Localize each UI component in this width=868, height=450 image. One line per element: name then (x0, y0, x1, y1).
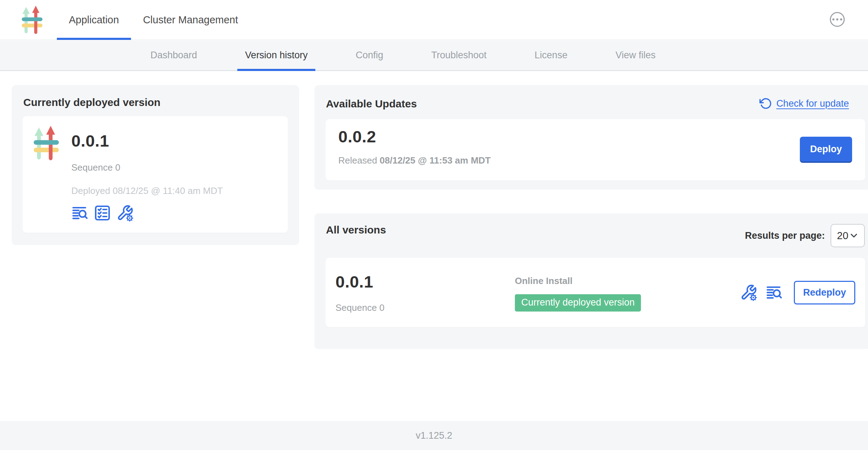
tab-dashboard[interactable]: Dashboard (143, 40, 205, 70)
deploy-button[interactable]: Deploy (800, 137, 852, 161)
deployed-card-title: Currently deployed version (23, 96, 160, 108)
tab-label: Dashboard (150, 50, 197, 61)
check-for-update-link[interactable]: Check for update (759, 97, 849, 110)
row-actions: Redeploy (740, 258, 855, 327)
preflight-checks-icon[interactable] (94, 205, 111, 221)
redeploy-button[interactable]: Redeploy (794, 281, 855, 304)
tab-label: Version history (245, 50, 308, 61)
app-logo-icon (20, 5, 44, 35)
tab-label: View files (616, 50, 656, 61)
release-logs-icon[interactable] (766, 284, 783, 301)
row-install-info: Online Install Currently deployed versio… (515, 276, 641, 312)
all-versions-card: All versions Results per page: 20 0.0.1 … (314, 213, 868, 349)
tab-label: License (535, 50, 567, 61)
header-tab-label: Cluster Management (143, 14, 238, 26)
refresh-icon (759, 97, 772, 110)
row-version-number: 0.0.1 (335, 272, 373, 291)
release-logs-icon[interactable] (71, 205, 88, 221)
tab-config[interactable]: Config (348, 40, 391, 70)
results-per-page-label: Results per page: (745, 230, 825, 241)
update-released-timestamp: Released 08/12/25 @ 11:53 am MDT (338, 155, 491, 166)
chevron-down-icon (849, 230, 859, 241)
row-sequence: Sequence 0 (335, 302, 385, 313)
available-updates-title: Available Updates (326, 98, 417, 110)
header-tab-cluster-management[interactable]: Cluster Management (131, 0, 250, 40)
app-logo-icon (31, 125, 61, 161)
update-version-number: 0.0.2 (338, 127, 376, 146)
tab-troubleshoot[interactable]: Troubleshoot (423, 40, 494, 70)
version-row: 0.0.1 Sequence 0 Online Install Currentl… (326, 258, 865, 327)
admin-console-version: v1.125.2 (416, 430, 452, 441)
app-footer: v1.125.2 (0, 421, 868, 450)
released-prefix: Released (338, 155, 380, 166)
results-per-page-value: 20 (837, 230, 848, 242)
deployed-version-actions (71, 205, 133, 221)
app-subnav: Dashboard Version history Config Trouble… (0, 40, 868, 71)
header-tabs: Application Cluster Management (57, 0, 250, 40)
available-updates-card: Available Updates Check for update 0.0.2… (314, 85, 868, 190)
overflow-menu-icon[interactable] (830, 12, 845, 27)
deployed-timestamp: Deployed 08/12/25 @ 11:40 am MDT (71, 185, 223, 196)
header-tab-application[interactable]: Application (57, 0, 131, 40)
tab-view-files[interactable]: View files (608, 40, 664, 70)
install-type-label: Online Install (515, 276, 641, 286)
config-wrench-icon[interactable] (740, 284, 757, 301)
currently-deployed-badge: Currently deployed version (515, 294, 641, 312)
header-tab-label: Application (69, 14, 119, 26)
tab-label: Troubleshoot (431, 50, 487, 61)
tab-license[interactable]: License (527, 40, 575, 70)
all-versions-title: All versions (326, 224, 386, 236)
deployed-version-panel: 0.0.1 Sequence 0 Deployed 08/12/25 @ 11:… (23, 116, 288, 233)
check-for-update-label: Check for update (776, 98, 849, 109)
released-date: 08/12/25 @ 11:53 am MDT (380, 155, 491, 166)
tab-version-history[interactable]: Version history (237, 40, 315, 70)
results-per-page: Results per page: 20 (745, 224, 865, 247)
subnav-tabs: Dashboard Version history Config Trouble… (143, 40, 663, 70)
update-row: 0.0.2 Released 08/12/25 @ 11:53 am MDT D… (326, 119, 865, 180)
currently-deployed-card: Currently deployed version 0.0.1 Sequenc… (12, 85, 299, 245)
deployed-version-number: 0.0.1 (71, 131, 109, 150)
tab-label: Config (356, 50, 383, 61)
results-per-page-select[interactable]: 20 (831, 224, 865, 247)
config-wrench-icon[interactable] (117, 205, 133, 221)
deployed-sequence: Sequence 0 (71, 162, 120, 173)
app-header: Application Cluster Management (0, 0, 868, 40)
